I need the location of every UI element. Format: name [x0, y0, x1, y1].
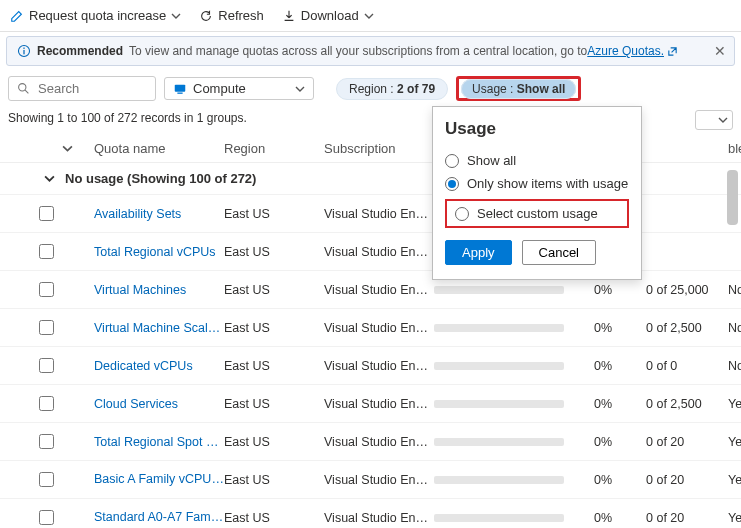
command-bar: Request quota increase Refresh Download — [0, 0, 741, 32]
info-icon — [17, 44, 31, 58]
region-cell: East US — [224, 321, 324, 335]
usage-percent-cell: 0% — [594, 321, 646, 335]
region-filter-pill[interactable]: Region : 2 of 79 — [336, 78, 448, 100]
usage-bar — [434, 438, 594, 446]
region-cell: East US — [224, 435, 324, 449]
azure-quotas-link[interactable]: Azure Quotas. — [587, 44, 664, 58]
external-link-icon — [667, 46, 678, 57]
region-pill-value: 2 of 79 — [397, 82, 435, 96]
radio-icon — [445, 177, 459, 191]
subscription-cell: Visual Studio En… — [324, 397, 434, 411]
vertical-scrollbar[interactable] — [726, 170, 739, 480]
usage-bar — [434, 400, 594, 408]
usage-pill-value: Show all — [517, 82, 566, 96]
subscription-cell: Visual Studio En… — [324, 283, 434, 297]
request-quota-label: Request quota increase — [29, 8, 166, 23]
quota-name-link[interactable]: Dedicated vCPUs — [94, 359, 224, 373]
region-cell: East US — [224, 207, 324, 221]
column-options-dropdown[interactable] — [695, 110, 733, 130]
usage-percent-cell: 0% — [594, 435, 646, 449]
usage-filter-pill[interactable]: Usage : Show all — [461, 79, 576, 99]
refresh-button[interactable]: Refresh — [199, 8, 264, 23]
row-checkbox[interactable] — [39, 472, 54, 487]
chevron-down-icon[interactable] — [62, 143, 73, 154]
usage-percent-cell: 0% — [594, 511, 646, 525]
cancel-button[interactable]: Cancel — [522, 240, 596, 265]
svg-rect-2 — [23, 48, 24, 49]
row-checkbox[interactable] — [39, 244, 54, 259]
close-icon[interactable]: ✕ — [714, 43, 726, 59]
usage-filter-popup: Usage Show all Only show items with usag… — [432, 106, 642, 280]
region-cell: East US — [224, 245, 324, 259]
radio-label: Select custom usage — [477, 206, 598, 221]
subscription-cell: Visual Studio En… — [324, 511, 434, 525]
radio-show-all[interactable]: Show all — [445, 149, 629, 172]
subscription-cell: Visual Studio En… — [324, 473, 434, 487]
row-checkbox[interactable] — [39, 434, 54, 449]
quota-name-link[interactable]: Virtual Machine Scale Sets — [94, 321, 224, 335]
refresh-label: Refresh — [218, 8, 264, 23]
quota-limit-cell: 0 of 25,000 — [646, 283, 728, 297]
row-checkbox[interactable] — [39, 396, 54, 411]
col-region[interactable]: Region — [224, 141, 324, 156]
row-checkbox[interactable] — [39, 320, 54, 335]
row-checkbox[interactable] — [39, 358, 54, 373]
quota-limit-cell: 0 of 2,500 — [646, 321, 728, 335]
quota-limit-cell: 0 of 20 — [646, 473, 728, 487]
download-icon — [282, 9, 296, 23]
svg-point-3 — [19, 84, 26, 91]
quota-name-link[interactable]: Standard A0-A7 Famil… i — [94, 510, 224, 525]
quota-name-link[interactable]: Cloud Services — [94, 397, 224, 411]
quota-name-link[interactable]: Total Regional vCPUs — [94, 245, 224, 259]
search-field[interactable] — [36, 80, 147, 97]
quota-limit-cell: 0 of 20 — [646, 435, 728, 449]
chevron-down-icon — [295, 84, 305, 94]
radio-items-with-usage[interactable]: Only show items with usage — [445, 172, 629, 195]
subscription-cell: Visual Studio En… — [324, 207, 434, 221]
table-row: Standard A0-A7 Famil… iEast USVisual Stu… — [0, 499, 741, 528]
popup-title: Usage — [445, 119, 629, 139]
search-icon — [17, 82, 30, 95]
download-button[interactable]: Download — [282, 8, 374, 23]
quota-name-link[interactable]: Total Regional Spot vCPUs — [94, 435, 224, 449]
row-checkbox[interactable] — [39, 510, 54, 525]
quota-name-link[interactable]: Availability Sets — [94, 207, 224, 221]
quota-limit-cell: 0 of 0 — [646, 359, 728, 373]
quota-name-link[interactable]: Virtual Machines — [94, 283, 224, 297]
row-checkbox[interactable] — [39, 282, 54, 297]
quota-name-link[interactable]: Basic A Family vCPUs i — [94, 472, 224, 487]
usage-bar — [434, 362, 594, 370]
subscription-cell: Visual Studio En… — [324, 359, 434, 373]
usage-bar — [434, 286, 594, 294]
svg-rect-5 — [177, 92, 182, 93]
quota-limit-cell: 0 of 20 — [646, 511, 728, 525]
col-adjustable[interactable]: ble — [728, 141, 741, 156]
banner-text: To view and manage quotas across all you… — [129, 44, 587, 58]
apply-button[interactable]: Apply — [445, 240, 512, 265]
search-input[interactable] — [8, 76, 156, 101]
provider-dropdown[interactable]: Compute — [164, 77, 314, 100]
chevron-down-icon — [44, 173, 55, 184]
scrollbar-thumb[interactable] — [727, 170, 738, 225]
table-row: Basic A Family vCPUs iEast USVisual Stud… — [0, 461, 741, 499]
radio-icon — [445, 154, 459, 168]
request-quota-button[interactable]: Request quota increase — [10, 8, 181, 23]
radio-label: Only show items with usage — [467, 176, 628, 191]
row-checkbox[interactable] — [39, 206, 54, 221]
usage-bar — [434, 476, 594, 484]
radio-custom-usage[interactable]: Select custom usage — [455, 206, 619, 221]
recommendation-banner: Recommended To view and manage quotas ac… — [6, 36, 735, 66]
col-subscription[interactable]: Subscription — [324, 141, 434, 156]
table-row: Virtual Machine Scale SetsEast USVisual … — [0, 309, 741, 347]
popup-buttons: Apply Cancel — [445, 240, 629, 265]
radio-label: Show all — [467, 153, 516, 168]
region-cell: East US — [224, 283, 324, 297]
region-cell: East US — [224, 397, 324, 411]
refresh-icon — [199, 9, 213, 23]
table-row: Cloud ServicesEast USVisual Studio En…0%… — [0, 385, 741, 423]
table-row: Total Regional Spot vCPUsEast USVisual S… — [0, 423, 741, 461]
table-row: Dedicated vCPUsEast USVisual Studio En…0… — [0, 347, 741, 385]
col-quota-name[interactable]: Quota name — [94, 141, 224, 156]
provider-label: Compute — [193, 81, 246, 96]
custom-usage-highlight: Select custom usage — [445, 199, 629, 228]
